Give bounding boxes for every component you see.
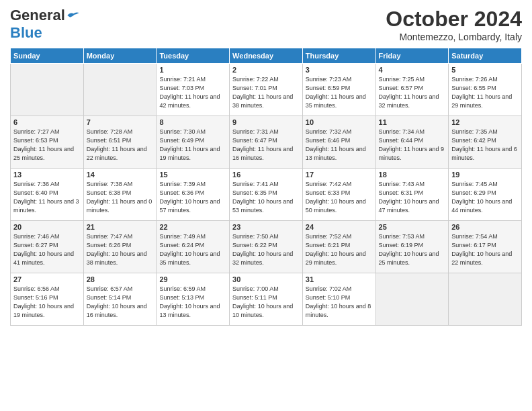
calendar-cell: 21Sunrise: 7:47 AMSunset: 6:26 PMDayligh… <box>83 221 157 273</box>
header: General Blue October 2024 Montemezzo, Lo… <box>10 7 522 42</box>
month-title: October 2024 <box>386 7 522 32</box>
day-info: Sunrise: 7:50 AMSunset: 6:22 PMDaylight:… <box>232 232 300 267</box>
day-number: 16 <box>232 171 300 179</box>
calendar-cell: 19Sunrise: 7:45 AMSunset: 6:29 PMDayligh… <box>449 169 522 221</box>
day-number: 30 <box>232 275 300 283</box>
day-info: Sunrise: 7:00 AMSunset: 5:11 PMDaylight:… <box>232 285 300 320</box>
day-info: Sunrise: 7:54 AMSunset: 6:17 PMDaylight:… <box>451 232 519 267</box>
day-number: 14 <box>87 171 154 179</box>
day-number: 25 <box>379 223 446 231</box>
day-info: Sunrise: 7:28 AMSunset: 6:51 PMDaylight:… <box>87 128 154 163</box>
calendar-cell: 22Sunrise: 7:49 AMSunset: 6:24 PMDayligh… <box>157 221 230 273</box>
day-info: Sunrise: 7:39 AMSunset: 6:36 PMDaylight:… <box>159 180 226 215</box>
day-number: 8 <box>159 118 226 126</box>
day-info: Sunrise: 7:53 AMSunset: 6:19 PMDaylight:… <box>379 232 446 267</box>
calendar-week-5: 27Sunrise: 6:56 AMSunset: 5:16 PMDayligh… <box>11 273 522 326</box>
day-number: 28 <box>87 275 154 283</box>
calendar-cell: 27Sunrise: 6:56 AMSunset: 5:16 PMDayligh… <box>11 273 84 326</box>
col-saturday: Saturday <box>449 48 522 64</box>
calendar-cell: 16Sunrise: 7:41 AMSunset: 6:35 PMDayligh… <box>230 169 303 221</box>
day-info: Sunrise: 7:47 AMSunset: 6:26 PMDaylight:… <box>87 232 154 267</box>
day-info: Sunrise: 7:42 AMSunset: 6:33 PMDaylight:… <box>306 180 373 215</box>
calendar-cell <box>83 64 157 116</box>
day-number: 21 <box>87 223 154 231</box>
logo-text: General <box>10 7 80 24</box>
day-info: Sunrise: 7:35 AMSunset: 6:42 PMDaylight:… <box>451 128 519 163</box>
calendar-cell <box>375 273 449 326</box>
calendar-cell: 1Sunrise: 7:21 AMSunset: 7:03 PMDaylight… <box>157 64 230 116</box>
calendar-cell: 6Sunrise: 7:27 AMSunset: 6:53 PMDaylight… <box>11 116 84 169</box>
calendar-cell: 30Sunrise: 7:00 AMSunset: 5:11 PMDayligh… <box>230 273 303 326</box>
day-number: 23 <box>232 223 300 231</box>
day-number: 9 <box>232 118 300 126</box>
day-info: Sunrise: 6:59 AMSunset: 5:13 PMDaylight:… <box>159 285 226 320</box>
day-number: 3 <box>306 66 373 74</box>
calendar-cell: 8Sunrise: 7:30 AMSunset: 6:49 PMDaylight… <box>157 116 230 169</box>
logo-general: General <box>10 7 65 24</box>
day-info: Sunrise: 7:21 AMSunset: 7:03 PMDaylight:… <box>159 75 226 110</box>
calendar-table: Sunday Monday Tuesday Wednesday Thursday… <box>10 48 522 326</box>
day-info: Sunrise: 7:49 AMSunset: 6:24 PMDaylight:… <box>159 232 226 267</box>
day-number: 10 <box>306 118 373 126</box>
calendar-cell: 4Sunrise: 7:25 AMSunset: 6:57 PMDaylight… <box>375 64 449 116</box>
day-info: Sunrise: 7:46 AMSunset: 6:27 PMDaylight:… <box>13 232 81 267</box>
day-number: 6 <box>13 118 81 126</box>
col-friday: Friday <box>375 48 449 64</box>
title-block: October 2024 Montemezzo, Lombardy, Italy <box>386 7 522 42</box>
col-thursday: Thursday <box>302 48 375 64</box>
col-sunday: Sunday <box>11 48 84 64</box>
day-info: Sunrise: 7:36 AMSunset: 6:40 PMDaylight:… <box>13 180 81 215</box>
logo-bird-icon <box>66 9 80 22</box>
day-info: Sunrise: 7:43 AMSunset: 6:31 PMDaylight:… <box>379 180 446 215</box>
location-subtitle: Montemezzo, Lombardy, Italy <box>386 32 522 42</box>
day-info: Sunrise: 7:32 AMSunset: 6:46 PMDaylight:… <box>306 128 373 163</box>
day-info: Sunrise: 7:25 AMSunset: 6:57 PMDaylight:… <box>379 75 446 110</box>
day-info: Sunrise: 6:56 AMSunset: 5:16 PMDaylight:… <box>13 285 81 320</box>
day-info: Sunrise: 7:30 AMSunset: 6:49 PMDaylight:… <box>159 128 226 163</box>
calendar-cell: 11Sunrise: 7:34 AMSunset: 6:44 PMDayligh… <box>375 116 449 169</box>
calendar-cell: 24Sunrise: 7:52 AMSunset: 6:21 PMDayligh… <box>302 221 375 273</box>
day-number: 19 <box>451 171 519 179</box>
day-info: Sunrise: 7:41 AMSunset: 6:35 PMDaylight:… <box>232 180 300 215</box>
day-number: 2 <box>232 66 300 74</box>
calendar-cell: 7Sunrise: 7:28 AMSunset: 6:51 PMDaylight… <box>83 116 157 169</box>
calendar-cell: 10Sunrise: 7:32 AMSunset: 6:46 PMDayligh… <box>302 116 375 169</box>
calendar-cell: 20Sunrise: 7:46 AMSunset: 6:27 PMDayligh… <box>11 221 84 273</box>
calendar-cell: 29Sunrise: 6:59 AMSunset: 5:13 PMDayligh… <box>157 273 230 326</box>
calendar-cell <box>449 273 522 326</box>
day-number: 7 <box>87 118 154 126</box>
day-info: Sunrise: 7:38 AMSunset: 6:38 PMDaylight:… <box>87 180 154 215</box>
day-number: 12 <box>451 118 519 126</box>
day-number: 15 <box>159 171 226 179</box>
day-info: Sunrise: 6:57 AMSunset: 5:14 PMDaylight:… <box>87 285 154 320</box>
calendar-cell: 3Sunrise: 7:23 AMSunset: 6:59 PMDaylight… <box>302 64 375 116</box>
day-info: Sunrise: 7:27 AMSunset: 6:53 PMDaylight:… <box>13 128 81 163</box>
day-number: 24 <box>306 223 373 231</box>
day-info: Sunrise: 7:45 AMSunset: 6:29 PMDaylight:… <box>451 180 519 215</box>
day-number: 17 <box>306 171 373 179</box>
calendar-week-2: 6Sunrise: 7:27 AMSunset: 6:53 PMDaylight… <box>11 116 522 169</box>
calendar-cell: 14Sunrise: 7:38 AMSunset: 6:38 PMDayligh… <box>83 169 157 221</box>
calendar-week-1: 1Sunrise: 7:21 AMSunset: 7:03 PMDaylight… <box>11 64 522 116</box>
col-wednesday: Wednesday <box>230 48 303 64</box>
page: General Blue October 2024 Montemezzo, Lo… <box>0 0 532 332</box>
calendar-cell: 26Sunrise: 7:54 AMSunset: 6:17 PMDayligh… <box>449 221 522 273</box>
day-info: Sunrise: 7:52 AMSunset: 6:21 PMDaylight:… <box>306 232 373 267</box>
day-info: Sunrise: 7:22 AMSunset: 7:01 PMDaylight:… <box>232 75 300 110</box>
calendar-cell <box>11 64 84 116</box>
day-number: 27 <box>13 275 81 283</box>
day-number: 5 <box>451 66 519 74</box>
calendar-cell: 15Sunrise: 7:39 AMSunset: 6:36 PMDayligh… <box>157 169 230 221</box>
col-monday: Monday <box>83 48 157 64</box>
calendar-cell: 9Sunrise: 7:31 AMSunset: 6:47 PMDaylight… <box>230 116 303 169</box>
calendar-cell: 13Sunrise: 7:36 AMSunset: 6:40 PMDayligh… <box>11 169 84 221</box>
calendar-cell: 17Sunrise: 7:42 AMSunset: 6:33 PMDayligh… <box>302 169 375 221</box>
day-number: 29 <box>159 275 226 283</box>
day-number: 26 <box>451 223 519 231</box>
day-number: 18 <box>379 171 446 179</box>
calendar-cell: 28Sunrise: 6:57 AMSunset: 5:14 PMDayligh… <box>83 273 157 326</box>
day-info: Sunrise: 7:31 AMSunset: 6:47 PMDaylight:… <box>232 128 300 163</box>
day-number: 22 <box>159 223 226 231</box>
calendar-cell: 12Sunrise: 7:35 AMSunset: 6:42 PMDayligh… <box>449 116 522 169</box>
day-number: 4 <box>379 66 446 74</box>
